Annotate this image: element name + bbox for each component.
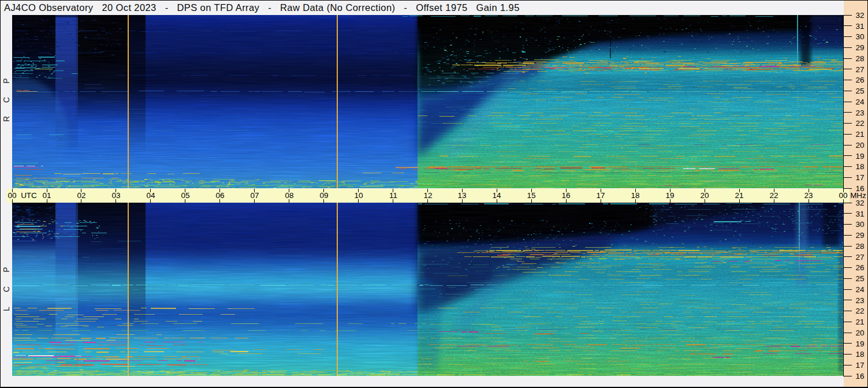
svg-text:P: P <box>2 267 11 272</box>
svg-text:30: 30 <box>855 32 864 41</box>
svg-text:00: 00 <box>8 191 16 200</box>
svg-text:L: L <box>2 307 11 311</box>
svg-text:22: 22 <box>855 307 864 315</box>
svg-text:12: 12 <box>423 191 432 200</box>
svg-text:07: 07 <box>250 191 259 200</box>
svg-text:UTC: UTC <box>21 191 37 200</box>
svg-text:21: 21 <box>735 191 743 200</box>
svg-text:05: 05 <box>181 191 189 200</box>
svg-text:24: 24 <box>855 98 865 106</box>
svg-text:P: P <box>2 78 11 83</box>
svg-text:19: 19 <box>855 152 864 161</box>
svg-text:03: 03 <box>111 191 120 200</box>
svg-text:20: 20 <box>700 191 709 200</box>
svg-text:26: 26 <box>855 76 864 84</box>
svg-text:02: 02 <box>77 191 85 200</box>
svg-text:AJ4CO Observatory 20 Oct 202: AJ4CO Observatory 20 Oct 2023 - DPS on T… <box>4 2 520 13</box>
svg-text:31: 31 <box>855 210 864 218</box>
svg-text:10: 10 <box>354 191 363 200</box>
svg-text:16: 16 <box>855 372 864 380</box>
svg-text:23: 23 <box>804 191 813 200</box>
svg-text:C: C <box>2 97 11 103</box>
svg-text:28: 28 <box>855 54 864 63</box>
svg-text:04: 04 <box>146 191 155 200</box>
svg-text:23: 23 <box>855 296 864 305</box>
svg-text:29: 29 <box>855 231 864 240</box>
svg-text:16: 16 <box>561 191 570 200</box>
svg-text:29: 29 <box>855 43 864 52</box>
svg-text:27: 27 <box>855 253 864 262</box>
svg-text:20: 20 <box>855 141 864 150</box>
svg-text:17: 17 <box>596 191 605 200</box>
svg-text:18: 18 <box>855 162 864 171</box>
svg-text:14: 14 <box>492 191 501 200</box>
svg-text:16: 16 <box>855 184 864 193</box>
svg-text:30: 30 <box>855 220 864 229</box>
svg-text:09: 09 <box>319 191 328 200</box>
svg-text:18: 18 <box>855 350 864 359</box>
svg-text:22: 22 <box>855 119 864 128</box>
svg-text:25: 25 <box>855 87 864 95</box>
svg-text:08: 08 <box>285 191 293 200</box>
svg-text:32: 32 <box>855 199 864 207</box>
svg-text:23: 23 <box>855 109 864 117</box>
svg-text:19: 19 <box>855 339 864 348</box>
svg-text:24: 24 <box>855 285 865 294</box>
svg-text:11: 11 <box>389 191 397 200</box>
svg-text:17: 17 <box>855 361 864 370</box>
svg-text:31: 31 <box>855 22 864 31</box>
svg-text:13: 13 <box>457 191 466 200</box>
svg-text:32: 32 <box>855 11 864 20</box>
svg-text:15: 15 <box>527 191 535 200</box>
svg-text:17: 17 <box>855 173 864 182</box>
svg-text:28: 28 <box>855 242 864 251</box>
svg-text:R: R <box>2 116 11 122</box>
svg-text:06: 06 <box>215 191 224 200</box>
svg-text:21: 21 <box>855 318 864 326</box>
svg-text:27: 27 <box>855 65 864 74</box>
svg-text:00: 00 <box>839 191 847 200</box>
svg-text:22: 22 <box>769 191 778 200</box>
svg-text:19: 19 <box>665 191 674 200</box>
svg-text:26: 26 <box>855 263 864 272</box>
svg-text:01: 01 <box>42 191 51 200</box>
svg-text:20: 20 <box>855 329 864 337</box>
svg-text:21: 21 <box>855 130 864 139</box>
svg-text:18: 18 <box>631 191 639 200</box>
svg-text:C: C <box>2 286 11 292</box>
svg-text:25: 25 <box>855 274 864 283</box>
